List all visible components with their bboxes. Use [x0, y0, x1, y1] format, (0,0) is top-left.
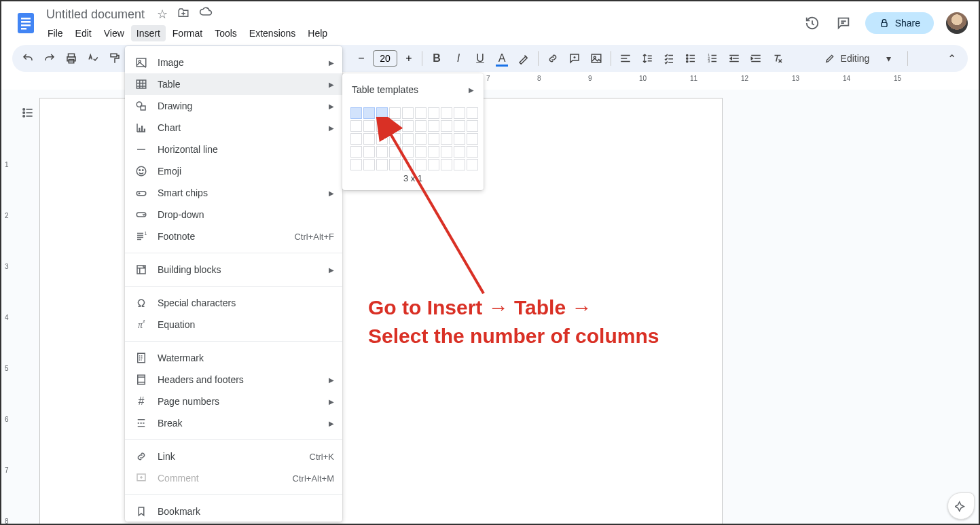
paint-format-button[interactable] — [105, 48, 125, 69]
font-size-increase[interactable]: + — [400, 50, 418, 67]
svg-line-40 — [388, 130, 484, 293]
insert-equation[interactable]: π²Equation — [125, 314, 342, 336]
insert-table[interactable]: Table▶ — [125, 73, 342, 95]
svg-rect-38 — [138, 375, 145, 384]
menu-item-label: Chart — [158, 122, 181, 133]
star-icon[interactable]: ☆ — [157, 7, 168, 22]
insert-menu-dropdown: Image▶Table▶Drawing▶Chart▶Horizontal lin… — [125, 46, 342, 522]
svg-text:1: 1 — [145, 231, 147, 236]
ruler-tick: 7 — [486, 75, 490, 82]
svg-rect-26 — [139, 128, 140, 132]
menu-item-label: Image — [158, 57, 184, 68]
checklist-button[interactable] — [659, 48, 679, 69]
shortcut-label: Ctrl+Alt+F — [294, 232, 334, 242]
svg-point-30 — [139, 170, 141, 171]
indent-decrease-button[interactable] — [724, 48, 744, 69]
explore-button[interactable] — [947, 492, 975, 520]
break-icon — [133, 417, 149, 429]
insert-building-blocks[interactable]: Building blocks▶ — [125, 259, 342, 280]
insert-image-button[interactable] — [586, 48, 606, 69]
table-templates-item[interactable]: Table templates ▶ — [342, 77, 484, 102]
menu-bar: FileEditViewInsertFormatToolsExtensionsH… — [42, 25, 333, 41]
menu-insert[interactable]: Insert — [131, 25, 166, 41]
title-bar: Untitled document ☆ FileEditViewInsertFo… — [1, 1, 979, 45]
insert-bookmark[interactable]: Bookmark — [125, 501, 342, 522]
insert-special-characters[interactable]: Special characters — [125, 292, 342, 314]
blocks-icon — [133, 264, 149, 276]
svg-point-14 — [687, 60, 688, 62]
grid-cell[interactable] — [350, 133, 362, 145]
insert-link[interactable]: LinkCtrl+K — [125, 446, 342, 467]
menu-item-label: Link — [158, 451, 175, 462]
editing-mode-button[interactable]: Editing ▾ — [818, 48, 904, 69]
svg-point-18 — [23, 109, 25, 111]
menu-item-label: Building blocks — [158, 264, 221, 275]
insert-image[interactable]: Image▶ — [125, 52, 342, 73]
cloud-status-icon[interactable] — [199, 7, 213, 22]
insert-drawing[interactable]: Drawing▶ — [125, 95, 342, 117]
insert-footnote[interactable]: 1FootnoteCtrl+Alt+F — [125, 225, 342, 247]
docs-logo-icon[interactable] — [12, 10, 39, 37]
grid-cell[interactable] — [350, 120, 362, 132]
indent-increase-button[interactable] — [746, 48, 766, 69]
font-size-decrease[interactable]: − — [352, 50, 370, 67]
insert-horizontal-line[interactable]: Horizontal line — [125, 139, 342, 160]
insert-page-numbers[interactable]: #Page numbers▶ — [125, 391, 342, 412]
account-avatar[interactable] — [946, 12, 968, 34]
insert-headers-and-footers[interactable]: Headers and footers▶ — [125, 369, 342, 391]
menu-item-label: Page numbers — [158, 396, 219, 407]
watermark-icon — [133, 352, 149, 364]
menu-help[interactable]: Help — [302, 25, 333, 41]
insert-watermark[interactable]: Watermark — [125, 347, 342, 369]
insert-drop-down[interactable]: Drop-down — [125, 204, 342, 225]
pencil-icon — [824, 53, 835, 64]
move-icon[interactable] — [177, 7, 189, 22]
bulleted-list-button[interactable] — [680, 48, 701, 69]
numbered-list-button[interactable]: 123 — [702, 48, 723, 69]
hash-icon: # — [133, 395, 149, 408]
history-icon[interactable] — [803, 14, 822, 33]
collapse-toolbar-button[interactable]: ⌃ — [941, 48, 962, 69]
vertical-ruler[interactable]: 12345678 — [1, 90, 16, 524]
document-title[interactable]: Untitled document — [42, 6, 149, 23]
text-color-button[interactable]: A — [492, 48, 512, 69]
insert-chart[interactable]: Chart▶ — [125, 117, 342, 139]
insert-emoji[interactable]: Emoji — [125, 160, 342, 182]
menu-tools[interactable]: Tools — [209, 25, 242, 41]
separator — [422, 51, 422, 66]
menu-file[interactable]: File — [42, 25, 69, 41]
clear-formatting-button[interactable] — [767, 48, 788, 69]
menu-edit[interactable]: Edit — [70, 25, 97, 41]
insert-break[interactable]: Break▶ — [125, 412, 342, 434]
grid-cell[interactable] — [350, 159, 362, 170]
print-button[interactable] — [61, 48, 81, 69]
line-spacing-button[interactable] — [637, 48, 657, 69]
menu-item-label: Watermark — [158, 352, 204, 363]
redo-button[interactable] — [39, 48, 60, 69]
comments-icon[interactable] — [834, 14, 853, 33]
undo-button[interactable] — [18, 48, 38, 69]
share-button[interactable]: Share — [865, 12, 934, 34]
ruler-tick: 8 — [537, 75, 541, 82]
spellcheck-button[interactable] — [83, 48, 103, 69]
submenu-arrow-icon: ▶ — [329, 420, 334, 427]
menu-item-label: Headers and footers — [158, 374, 244, 385]
underline-button[interactable]: U — [470, 48, 490, 69]
document-outline-button[interactable] — [18, 103, 37, 122]
add-comment-button[interactable] — [564, 48, 585, 69]
align-button[interactable] — [615, 48, 636, 69]
svg-rect-25 — [141, 106, 145, 110]
bookmark-icon — [133, 505, 149, 518]
menu-view[interactable]: View — [98, 25, 130, 41]
italic-button[interactable]: I — [448, 48, 469, 69]
grid-cell[interactable] — [350, 107, 362, 119]
insert-smart-chips[interactable]: Smart chips▶ — [125, 182, 342, 204]
menu-extensions[interactable]: Extensions — [244, 25, 301, 41]
comment-add-icon — [133, 472, 149, 484]
font-size-value[interactable]: 20 — [373, 50, 397, 67]
grid-cell[interactable] — [350, 146, 362, 158]
menu-format[interactable]: Format — [167, 25, 208, 41]
insert-link-button[interactable] — [543, 48, 563, 69]
highlight-button[interactable] — [513, 48, 534, 69]
bold-button[interactable]: B — [427, 48, 447, 69]
